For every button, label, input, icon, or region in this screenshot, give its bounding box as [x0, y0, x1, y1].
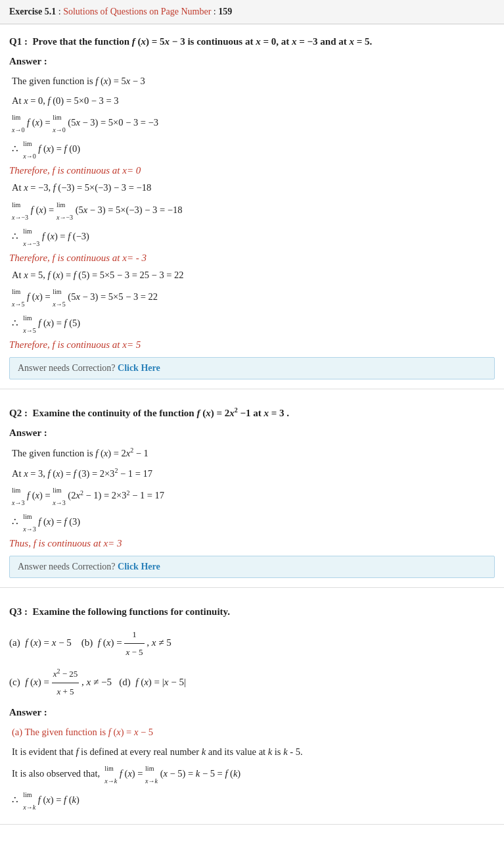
q1-line1: The given function is f (x) = 5x − 3 — [12, 72, 495, 91]
q3-part-c-func: f — [25, 677, 28, 687]
q1-lim2: lim x→−3 f (x) = lim x→−3 (5x − 3) = 5×(… — [12, 199, 495, 224]
q3-part-a-line1: It is evident that f is defined at every… — [12, 743, 495, 762]
q1-answer-label: Answer : — [9, 56, 495, 67]
q3-part-d-func: f — [135, 677, 138, 687]
q2-therefore: Thus, f is continuous at x= 3 — [9, 538, 495, 549]
question-2: Q2 : Examine the continuity of the funct… — [9, 405, 495, 421]
q2-correction-box: Answer needs Correction? Click Here — [9, 556, 495, 578]
q3-text: Examine the following functions for cont… — [32, 606, 230, 617]
q3-part-a-label: (a) — [9, 637, 20, 648]
q3-part-c-label: (c) — [9, 677, 20, 687]
q1-therefore-lim3: ∴ lim x→5 f (x) = f (5) — [12, 312, 495, 337]
q1-therefore-lim2: ∴ lim x→−3 f (x) = f (−3) — [12, 225, 495, 250]
q1-text: Prove that the function f (x) = 5x − 3 i… — [32, 36, 372, 47]
q1-therefore2: Therefore, f is continuous at x= - 3 — [9, 253, 495, 264]
q3-label: Q3 : — [9, 606, 28, 617]
q1-therefore-lim1: ∴ lim x→0 f (x) = f (0) — [12, 137, 495, 162]
q3-part-a-therefore: ∴ lim x→k f (x) = f (k) — [12, 788, 495, 813]
q1-line5: At x = 5, f (x) = f (5) = 5×5 − 3 = 25 −… — [12, 266, 495, 285]
q3-parts-cd: (c) f (x) = x2 − 25 x + 5 , x ≠ −5 (d) f… — [9, 665, 495, 700]
header-colon: : — [56, 7, 63, 16]
page-number: 159 — [218, 7, 232, 16]
question-1-section: Q1 : Prove that the function f (x) = 5x … — [0, 24, 504, 389]
q2-text: Examine the continuity of the function f… — [32, 408, 289, 418]
q3-part-a-func: f — [25, 637, 28, 648]
q1-correction-text: Answer needs Correction? — [18, 363, 116, 373]
q1-therefore3: Therefore, f is continuous at x= 5 — [9, 339, 495, 351]
q2-label: Q2 : — [9, 408, 28, 418]
q1-lim1: lim x→0 f (x) = lim x→0 (5x − 3) = 5×0 −… — [12, 111, 495, 136]
q2-click-here[interactable]: Click Here — [118, 562, 160, 571]
q1-label: Q1 : — [9, 36, 28, 47]
q2-lim1: lim x→3 f (x) = lim x→3 (2x2 − 1) = 2×32… — [12, 484, 495, 509]
q1-line2: At x = 0, f (0) = 5×0 − 3 = 3 — [12, 92, 495, 110]
q1-lim3: lim x→5 f (x) = lim x→5 (5x − 3) = 5×5 −… — [12, 285, 495, 310]
q1-click-here[interactable]: Click Here — [118, 363, 160, 373]
exercise-label: Exercise 5.1 — [9, 7, 56, 16]
q3-part-a-answer-label: (a) The given function is f (x) = x − 5 — [12, 723, 495, 742]
header: Exercise 5.1 : Solutions of Questions on… — [0, 0, 504, 24]
question-2-section: Q2 : Examine the continuity of the funct… — [0, 396, 504, 588]
q1-line3: At x = −3, f (−3) = 5×(−3) − 3 = −18 — [12, 179, 495, 197]
q2-correction-text: Answer needs Correction? — [18, 562, 116, 571]
q2-line1: The given function is f (x) = 2x2 − 1 — [12, 444, 495, 462]
q3-part-d-label: (d) — [119, 677, 131, 687]
q1-correction-box: Answer needs Correction? Click Here — [9, 357, 495, 379]
question-1: Q1 : Prove that the function f (x) = 5x … — [9, 34, 495, 49]
q3-part-b-func: f — [98, 637, 101, 648]
solutions-link[interactable]: Solutions of Questions on Page Number — [63, 7, 211, 16]
q2-therefore-lim: ∴ lim x→3 f (x) = f (3) — [12, 510, 495, 535]
q3-answer-label: Answer : — [9, 707, 495, 718]
q2-line2: At x = 3, f (x) = f (3) = 2×32 − 1 = 17 — [12, 464, 495, 483]
question-3: Q3 : Examine the following functions for… — [9, 604, 495, 619]
header-colon2: : — [211, 7, 218, 16]
q3-part-a-line2: It is also observed that, lim x→k f (x) … — [12, 762, 495, 787]
q3-part-b-label: (b) — [81, 637, 93, 648]
question-3-section: Q3 : Examine the following functions for… — [0, 594, 504, 825]
q2-answer-label: Answer : — [9, 427, 495, 439]
q3-parts-ab: (a) f (x) = x − 5 (b) f (x) = 1 x − 5 , … — [9, 626, 495, 661]
q1-therefore1: Therefore, f is continuous at x= 0 — [9, 165, 495, 176]
